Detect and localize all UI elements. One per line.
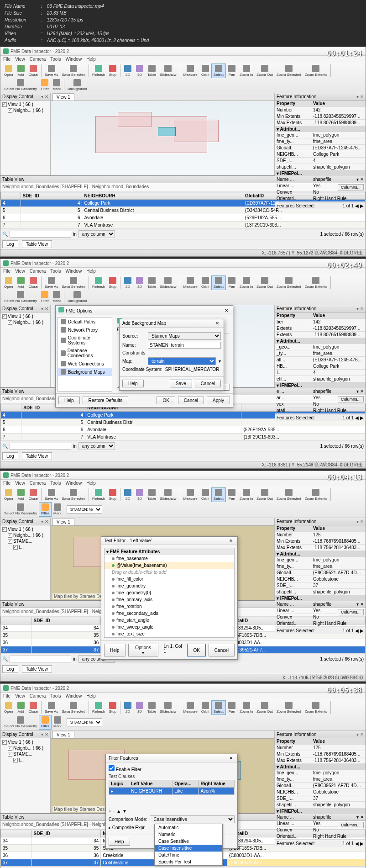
sidebar-item[interactable]: Web Connections	[58, 360, 112, 368]
filter-features-dialog: Filter Features✕ Enable Filter Test Clau…	[105, 754, 238, 849]
3d-button[interactable]: 3D	[134, 64, 146, 78]
checkbox[interactable]	[8, 108, 12, 113]
close-icon[interactable]: ✕	[214, 321, 221, 326]
zoomin-button[interactable]: Zoom In	[238, 64, 255, 78]
map-canvas[interactable]	[51, 101, 274, 175]
mark-button[interactable]: Mark	[51, 78, 63, 92]
selnogeo-button[interactable]: Select No Geometry	[2, 78, 39, 92]
apply-button[interactable]: Apply	[207, 397, 230, 404]
sidebar-item[interactable]: Database Connections	[58, 347, 112, 360]
savesel-button[interactable]: Save Selected	[60, 64, 87, 78]
zoomext-button[interactable]: Zoom Extents	[303, 64, 329, 78]
filter-input[interactable]	[10, 231, 71, 238]
open-button[interactable]: Open	[2, 64, 15, 78]
stop-button[interactable]: Stop	[107, 64, 119, 78]
view-tab[interactable]: View 1	[52, 93, 74, 101]
cancel-button[interactable]: Cancel	[178, 397, 204, 404]
cancel-button[interactable]: Cancel	[209, 644, 235, 656]
gear-icon	[58, 307, 64, 312]
zoomsel-button[interactable]: Zoom Selected	[275, 64, 303, 78]
filter-button[interactable]: Filter	[39, 78, 51, 92]
measure-button[interactable]: Measure	[182, 64, 199, 78]
selected-attr[interactable]: @Value(fme_basename)	[105, 562, 234, 569]
cancel-button[interactable]: Cancel	[195, 380, 221, 387]
screenshot-3: 00:04:13 FME Data Inspector - 2020.2 Fil…	[0, 471, 366, 682]
filter-row[interactable]: ▸NEIGHBOURHLikeAvon%	[109, 788, 235, 795]
help-button[interactable]: Help	[104, 644, 125, 656]
timestamp: 00:01:24	[327, 49, 362, 58]
background-button[interactable]: Background	[66, 78, 89, 92]
close-button[interactable]: Close	[27, 64, 40, 78]
text-editor-dialog: Text Editor - 'Left Value'✕ ▾ FME Featur…	[101, 536, 238, 660]
close-panel-icon[interactable]: ▾ ✕	[41, 94, 48, 99]
feature-attributes-list: ▾ FME Feature Attributes fme_basename @V…	[104, 548, 235, 638]
menu-file[interactable]: File	[3, 57, 10, 62]
display-control-panel: Display Control▾ ✕ View 1 ( 66 ) Neighb.…	[0, 93, 51, 175]
checkbox[interactable]	[2, 102, 7, 107]
options-sidebar: Default Paths Network Proxy Coordinate S…	[58, 317, 112, 392]
pan-button[interactable]: Pan	[226, 64, 238, 78]
log-tab[interactable]: Log	[2, 240, 18, 248]
help-button[interactable]: Help	[58, 397, 80, 404]
titlebar: FME Data Inspector - 2020.2	[0, 47, 366, 56]
add-background-map-dialog: Add Background Map✕ Source:Stamen Maps N…	[119, 319, 224, 391]
close-icon[interactable]: ✕	[227, 538, 235, 543]
timestamp: 00:02:49	[327, 261, 362, 270]
map-select[interactable]: terrain	[148, 357, 216, 365]
save-button[interactable]: Save	[170, 380, 192, 387]
enable-filter-checkbox[interactable]	[109, 765, 115, 771]
close-panel-icon[interactable]: ▾ ✕	[356, 94, 364, 99]
table-button[interactable]: Table	[146, 64, 158, 78]
screenshot-2: 00:02:49 FME Data Inspector - 2020.2 Fil…	[0, 259, 366, 469]
search-icon[interactable]: 🔍	[2, 232, 8, 237]
columns-button[interactable]: Columns...	[338, 184, 364, 191]
sidebar-item-background-maps[interactable]: Background Maps	[58, 368, 112, 376]
slideshow-button[interactable]: Slideshow	[158, 64, 178, 78]
sidebar-item[interactable]: Network Proxy	[58, 326, 112, 334]
2d-button[interactable]: 2D	[122, 64, 134, 78]
menu-tools[interactable]: Tools	[50, 57, 61, 62]
zoomout-button[interactable]: Zoom Out	[255, 64, 275, 78]
restore-button[interactable]: Restore Defaults	[83, 397, 128, 404]
close-icon[interactable]: ✕	[227, 756, 235, 761]
refresh-button[interactable]: Refresh	[90, 64, 107, 78]
menu-help[interactable]: Help	[86, 57, 96, 62]
comparison-mode-select[interactable]: Case Insensitive	[150, 815, 235, 823]
orbit-button[interactable]: Orbit	[199, 64, 211, 78]
comparison-mode-dropdown: Automatic Numeric Case Sensitive Case In…	[154, 824, 223, 866]
name-input[interactable]	[148, 342, 221, 349]
options-button[interactable]: Options ▾	[128, 644, 158, 656]
ok-button[interactable]: OK	[187, 644, 205, 656]
app-icon	[3, 48, 9, 54]
table-row[interactable]: 66Avondale{526E192A-585...	[1, 214, 366, 222]
menubar: File View Camera Tools Window Help	[0, 56, 366, 63]
file-info-header: File Name:03 FME Data Inspector.mp4 File…	[0, 0, 366, 47]
filter-clauses-table: LogicLeft ValueOpera...Right Value ▸NEIG…	[109, 780, 235, 795]
screenshot-4: 00:05:38 FME Data Inspector - 2020.2 Fil…	[0, 683, 366, 868]
menu-window[interactable]: Window	[66, 57, 82, 62]
saveas-button[interactable]: Save As	[43, 64, 60, 78]
screenshot-1: 00:01:24 FME Data Inspector - 2020.2 Fil…	[0, 47, 366, 257]
tableview-tab[interactable]: Table View	[22, 240, 52, 248]
feature-info-panel: Feature Information▾ ✕ PropertyValue Num…	[274, 93, 366, 175]
add-button[interactable]: Add	[15, 64, 27, 78]
help-button[interactable]: Help	[109, 838, 130, 846]
basemap-select[interactable]: STAMEN: te	[67, 505, 102, 513]
column-select[interactable]: any column	[78, 230, 115, 238]
sidebar-item[interactable]: Default Paths	[58, 318, 112, 326]
select-button[interactable]: Select	[211, 64, 226, 78]
ok-button[interactable]: OK	[157, 397, 175, 404]
table-row[interactable]: 77VLA Montrose{13F29C19-603...	[1, 222, 366, 229]
menu-camera[interactable]: Camera	[30, 57, 46, 62]
sidebar-item[interactable]: Coordinate Systems	[58, 334, 112, 347]
source-select[interactable]: Stamen Maps	[148, 332, 221, 340]
toolbar: Open Add Close Save As Save Selected Ref…	[0, 63, 366, 93]
menu-view[interactable]: View	[15, 57, 25, 62]
help-button[interactable]: Help	[122, 380, 144, 387]
close-icon[interactable]: ✕	[223, 308, 230, 313]
